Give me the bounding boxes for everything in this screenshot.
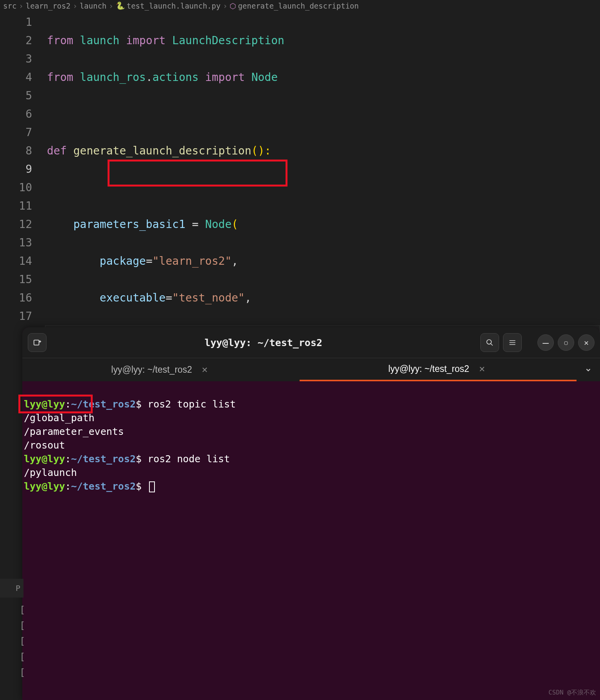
line-number: 5 xyxy=(0,86,32,105)
background-brackets: [ [ [ [ [ xyxy=(20,602,25,680)
line-number: 13 xyxy=(0,233,32,252)
line-number: 9 xyxy=(0,160,32,178)
breadcrumb-item[interactable]: test_launch.launch.py xyxy=(127,2,221,10)
terminal-tab-label: lyy@lyy: ~/test_ros2 xyxy=(111,364,192,375)
close-button[interactable]: ✕ xyxy=(578,334,595,351)
svg-point-3 xyxy=(487,340,492,345)
terminal-tabs: lyy@lyy: ~/test_ros2 ✕ lyy@lyy: ~/test_r… xyxy=(22,358,600,381)
menu-button[interactable] xyxy=(503,333,522,352)
terminal-titlebar: lyy@lyy: ~/test_ros2 – ▢ ✕ xyxy=(22,327,600,358)
chevron-right-icon: › xyxy=(19,2,23,10)
line-number: 3 xyxy=(0,50,32,68)
terminal-tab[interactable]: lyy@lyy: ~/test_ros2 ✕ xyxy=(22,358,300,381)
svg-line-4 xyxy=(491,344,493,346)
breadcrumb-item[interactable]: launch xyxy=(80,2,107,10)
line-number: 6 xyxy=(0,105,32,123)
search-button[interactable] xyxy=(480,333,499,352)
breadcrumb[interactable]: src › learn_ros2 › launch › 🐍 test_launc… xyxy=(0,0,600,11)
line-number: 7 xyxy=(0,123,32,142)
line-number: 11 xyxy=(0,197,32,215)
code-editor[interactable]: src › learn_ros2 › launch › 🐍 test_launc… xyxy=(0,0,600,325)
chevron-right-icon: › xyxy=(73,2,77,10)
chevron-right-icon: › xyxy=(223,2,227,10)
line-number: 2 xyxy=(0,31,32,50)
panel-tab-label: P xyxy=(16,583,20,593)
close-icon[interactable]: ✕ xyxy=(199,365,210,375)
terminal-tab-label: lyy@lyy: ~/test_ros2 xyxy=(388,364,469,374)
symbol-function-icon: ⬡ xyxy=(230,2,236,10)
line-number: 4 xyxy=(0,68,32,86)
terminal-title: lyy@lyy: ~/test_ros2 xyxy=(50,337,476,348)
chevron-right-icon: › xyxy=(109,2,113,10)
minimize-button[interactable]: – xyxy=(537,334,554,351)
maximize-button[interactable]: ▢ xyxy=(558,334,574,351)
breadcrumb-item[interactable]: src xyxy=(3,2,16,10)
line-number: 12 xyxy=(0,215,32,233)
line-number: 10 xyxy=(0,178,32,197)
line-number: 16 xyxy=(0,289,32,307)
cursor xyxy=(149,481,155,492)
watermark: CSDN @不浪不欢 xyxy=(548,689,596,697)
python-file-icon: 🐍 xyxy=(116,1,125,10)
bottom-panel-tab[interactable]: P xyxy=(0,579,23,598)
svg-rect-0 xyxy=(34,340,39,345)
terminal-tab[interactable]: lyy@lyy: ~/test_ros2 ✕ xyxy=(300,358,577,381)
new-tab-button[interactable] xyxy=(28,333,47,352)
breadcrumb-item[interactable]: learn_ros2 xyxy=(26,2,70,10)
line-number: 14 xyxy=(0,252,32,270)
breadcrumb-item[interactable]: generate_launch_description xyxy=(238,2,359,10)
line-number: 15 xyxy=(0,270,32,289)
line-number: 1 xyxy=(0,13,32,31)
terminal-body[interactable]: lyy@lyy:~/test_ros2$ ros2 topic list /gl… xyxy=(22,381,600,700)
line-number: 17 xyxy=(0,307,32,325)
tabs-dropdown-button[interactable] xyxy=(577,358,600,381)
terminal-window: lyy@lyy: ~/test_ros2 – ▢ ✕ lyy@lyy: ~/te… xyxy=(22,327,600,700)
line-number: 8 xyxy=(0,142,32,160)
close-icon[interactable]: ✕ xyxy=(476,364,488,374)
